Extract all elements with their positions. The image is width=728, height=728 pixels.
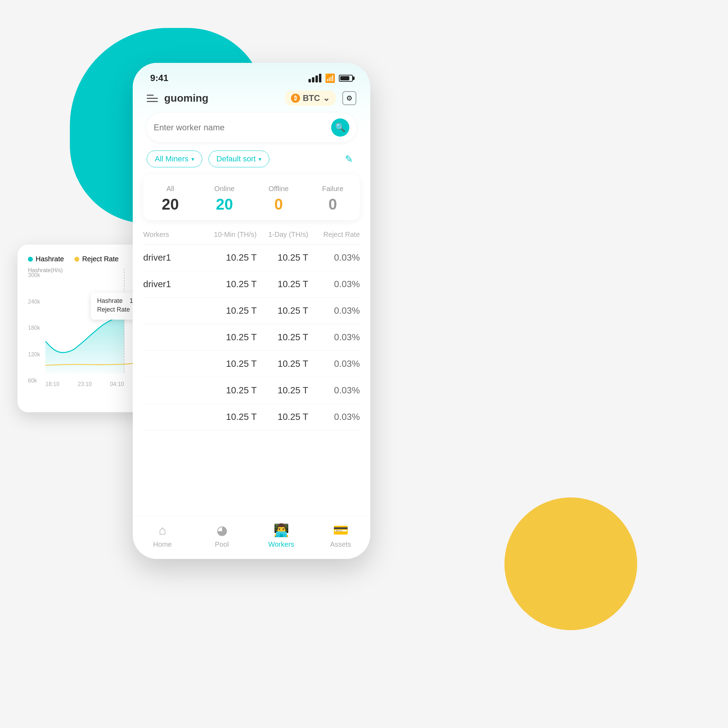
td-1day-4: 10.25 T: [257, 358, 309, 369]
sort-filter[interactable]: Default sort ▾: [208, 151, 270, 167]
td-1day-2: 10.25 T: [257, 305, 309, 316]
table-row[interactable]: 10.25 T 10.25 T 0.03%: [143, 377, 360, 404]
table-row[interactable]: 10.25 T 10.25 T 0.03%: [143, 298, 360, 324]
td-1day-5: 10.25 T: [257, 385, 309, 396]
stat-all-label: All: [147, 185, 194, 193]
sort-filter-label: Default sort: [217, 154, 256, 164]
legend-hashrate-label: Hashrate: [36, 255, 64, 263]
x-label-1: 18:10: [46, 381, 60, 387]
edit-list-button[interactable]: ✎: [341, 151, 356, 167]
search-icon: 🔍: [335, 122, 346, 132]
y-left-5: 60k: [28, 378, 40, 384]
legend-hashrate: Hashrate: [28, 255, 64, 263]
hashrate-dot: [28, 257, 33, 262]
wifi-icon: 📶: [325, 73, 335, 83]
stat-online-label: Online: [201, 185, 248, 193]
nav-pool-label: Pool: [215, 540, 229, 548]
nav-pool[interactable]: ◕ Pool: [192, 523, 251, 548]
status-icons: 📶: [309, 73, 353, 83]
btc-label: BTC: [303, 93, 320, 103]
td-10min-0: 10.25 T: [205, 252, 257, 263]
status-time: 9:41: [150, 73, 168, 84]
td-worker-name-1: driver1: [143, 279, 205, 290]
th-10min: 10-Min (TH/s): [205, 231, 257, 239]
miner-filter-label: All Miners: [155, 154, 189, 164]
td-reject-2: 0.03%: [308, 305, 360, 316]
filter-row: All Miners ▾ Default sort ▾ ✎: [133, 151, 370, 174]
settings-button[interactable]: ⚙: [343, 91, 356, 105]
td-reject-0: 0.03%: [308, 252, 360, 263]
stat-all-value: 20: [147, 196, 194, 213]
search-button[interactable]: 🔍: [331, 118, 349, 136]
sort-chevron-icon: ▾: [258, 156, 261, 162]
nav-workers-label: Workers: [268, 540, 294, 548]
td-10min-3: 10.25 T: [205, 332, 257, 343]
td-10min-5: 10.25 T: [205, 385, 257, 396]
battery-fill: [340, 76, 349, 80]
signal-bar-1: [309, 79, 311, 83]
td-1day-3: 10.25 T: [257, 332, 309, 343]
assets-icon: 💳: [333, 523, 349, 538]
bg-yellow-decoration: [505, 497, 637, 630]
stat-offline-label: Offline: [255, 185, 302, 193]
tooltip-hashrate-label: Hashrate: [97, 297, 122, 304]
y-axis-left: 300k 240k 180k 120k 60k: [28, 269, 40, 387]
app-title: guoming: [164, 92, 208, 104]
workers-icon: 👨‍💻: [274, 523, 289, 538]
legend-reject: Reject Rate: [74, 255, 119, 263]
nav-assets-label: Assets: [330, 540, 351, 548]
nav-assets[interactable]: 💳 Assets: [311, 523, 370, 548]
signal-bar-4: [319, 74, 321, 83]
phone-inner: 9:41 📶: [133, 63, 370, 559]
search-bar: 🔍: [147, 113, 356, 142]
table-row[interactable]: driver1 10.25 T 10.25 T 0.03%: [143, 271, 360, 298]
tooltip-reject-label: Reject Rate: [97, 306, 130, 313]
td-reject-5: 0.03%: [308, 385, 360, 396]
td-worker-name-0: driver1: [143, 252, 205, 263]
td-1day-1: 10.25 T: [257, 279, 309, 290]
stat-offline: Offline 0: [251, 185, 306, 213]
td-reject-6: 0.03%: [308, 411, 360, 422]
hamburger-line-2: [147, 98, 158, 99]
hamburger-line-1: [147, 95, 154, 96]
td-10min-4: 10.25 T: [205, 358, 257, 369]
stat-failure-value: 0: [309, 196, 356, 213]
legend-reject-label: Reject Rate: [82, 255, 119, 263]
th-workers: Workers: [143, 231, 205, 239]
miner-chevron-icon: ▾: [191, 156, 194, 162]
btc-badge[interactable]: ₿ BTC ⌄: [285, 90, 336, 106]
home-icon: ⌂: [159, 523, 166, 538]
miner-filter[interactable]: All Miners ▾: [147, 151, 202, 167]
stat-failure-label: Failure: [309, 185, 356, 193]
menu-icon[interactable]: [147, 95, 158, 102]
table-row[interactable]: driver1 10.25 T 10.25 T 0.03%: [143, 245, 360, 271]
th-1day: 1-Day (TH/s): [257, 231, 309, 239]
y-left-4: 120k: [28, 352, 40, 358]
td-10min-6: 10.25 T: [205, 411, 257, 422]
table-row[interactable]: 10.25 T 10.25 T 0.03%: [143, 351, 360, 377]
y-left-2: 240k: [28, 299, 40, 305]
header-left: guoming: [147, 92, 208, 104]
worker-table: Workers 10-Min (TH/s) 1-Day (TH/s) Rejec…: [133, 227, 370, 515]
td-10min-1: 10.25 T: [205, 279, 257, 290]
x-label-2: 23:10: [78, 381, 92, 387]
nav-home[interactable]: ⌂ Home: [133, 523, 192, 548]
hamburger-line-3: [147, 101, 158, 102]
search-input[interactable]: [154, 122, 331, 132]
x-label-3: 04:10: [110, 381, 124, 387]
table-row[interactable]: 10.25 T 10.25 T 0.03%: [143, 404, 360, 430]
td-reject-1: 0.03%: [308, 279, 360, 290]
y-left-3: 180k: [28, 325, 40, 331]
status-bar: 9:41 📶: [133, 63, 370, 87]
stat-failure: Failure 0: [306, 185, 360, 213]
stat-offline-value: 0: [255, 196, 302, 213]
nav-workers[interactable]: 👨‍💻 Workers: [251, 523, 311, 548]
pool-icon: ◕: [217, 523, 228, 538]
stat-all: All 20: [143, 185, 197, 213]
signal-bar-3: [315, 75, 318, 83]
td-reject-3: 0.03%: [308, 332, 360, 343]
table-row[interactable]: 10.25 T 10.25 T 0.03%: [143, 324, 360, 351]
main-phone: 9:41 📶: [133, 63, 370, 559]
header-right: ₿ BTC ⌄ ⚙: [285, 90, 356, 106]
signal-bar-2: [312, 77, 314, 83]
